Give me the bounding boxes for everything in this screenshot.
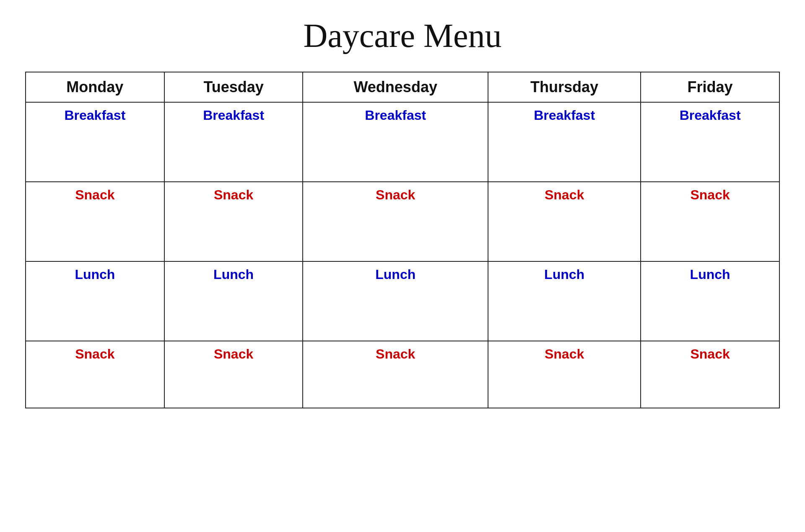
lunch-friday: Lunch (641, 261, 779, 341)
lunch-thursday-label: Lunch (491, 267, 638, 282)
lunch-wednesday: Lunch (303, 261, 488, 341)
col-header-tuesday: Tuesday (164, 72, 303, 102)
snack2-friday-label: Snack (644, 346, 776, 362)
breakfast-friday: Breakfast (641, 102, 779, 182)
snack2-wednesday: Snack (303, 341, 488, 408)
snack2-monday-label: Snack (29, 346, 161, 362)
snack2-thursday: Snack (488, 341, 641, 408)
breakfast-friday-label: Breakfast (644, 108, 776, 123)
col-header-friday: Friday (641, 72, 779, 102)
breakfast-tuesday-label: Breakfast (167, 108, 300, 123)
snack1-monday-label: Snack (29, 187, 161, 203)
col-header-wednesday: Wednesday (303, 72, 488, 102)
breakfast-wednesday: Breakfast (303, 102, 488, 182)
col-header-thursday: Thursday (488, 72, 641, 102)
snack2-thursday-label: Snack (491, 346, 638, 362)
snack2-wednesday-label: Snack (306, 346, 485, 362)
col-header-monday: Monday (26, 72, 164, 102)
lunch-monday: Lunch (26, 261, 164, 341)
snack1-monday: Snack (26, 182, 164, 261)
snack1-thursday-label: Snack (491, 187, 638, 203)
lunch-tuesday: Lunch (164, 261, 303, 341)
snack2-row: Snack Snack Snack Snack Snack (26, 341, 779, 408)
snack1-wednesday-label: Snack (306, 187, 485, 203)
lunch-wednesday-label: Lunch (306, 267, 485, 282)
snack2-monday: Snack (26, 341, 164, 408)
breakfast-monday: Breakfast (26, 102, 164, 182)
page-title: Daycare Menu (303, 17, 501, 55)
header-row: Monday Tuesday Wednesday Thursday Friday (26, 72, 779, 102)
breakfast-wednesday-label: Breakfast (306, 108, 485, 123)
snack2-friday: Snack (641, 341, 779, 408)
breakfast-monday-label: Breakfast (29, 108, 161, 123)
breakfast-tuesday: Breakfast (164, 102, 303, 182)
snack2-tuesday: Snack (164, 341, 303, 408)
snack1-tuesday-label: Snack (167, 187, 300, 203)
breakfast-thursday: Breakfast (488, 102, 641, 182)
snack2-tuesday-label: Snack (167, 346, 300, 362)
snack1-wednesday: Snack (303, 182, 488, 261)
lunch-thursday: Lunch (488, 261, 641, 341)
breakfast-thursday-label: Breakfast (491, 108, 638, 123)
snack1-tuesday: Snack (164, 182, 303, 261)
snack1-friday-label: Snack (644, 187, 776, 203)
lunch-friday-label: Lunch (644, 267, 776, 282)
snack1-friday: Snack (641, 182, 779, 261)
lunch-tuesday-label: Lunch (167, 267, 300, 282)
breakfast-row: Breakfast Breakfast Breakfast Breakfast … (26, 102, 779, 182)
lunch-monday-label: Lunch (29, 267, 161, 282)
lunch-row: Lunch Lunch Lunch Lunch Lunch (26, 261, 779, 341)
snack1-row: Snack Snack Snack Snack Snack (26, 182, 779, 261)
menu-table: Monday Tuesday Wednesday Thursday Friday… (25, 72, 780, 408)
snack1-thursday: Snack (488, 182, 641, 261)
